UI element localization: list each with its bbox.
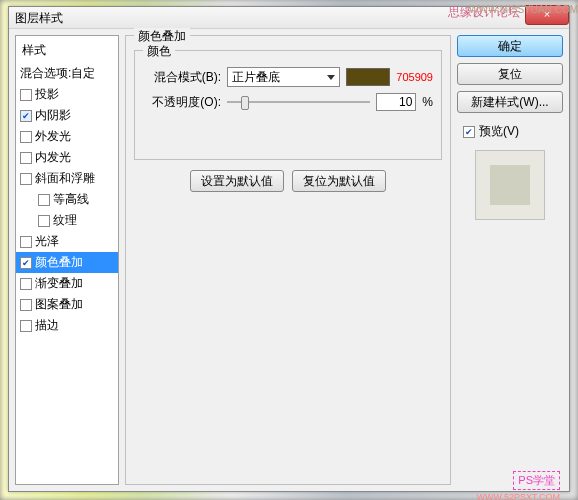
sidebar-item-label: 等高线 [53,191,89,208]
sidebar-item-label: 描边 [35,317,59,334]
chevron-down-icon [327,75,335,80]
reset-default-button[interactable]: 复位为默认值 [292,170,386,192]
sidebar-item-7[interactable]: 光泽 [16,231,118,252]
ok-button[interactable]: 确定 [457,35,563,57]
sidebar-header: 样式 [16,40,118,63]
sidebar-item-11[interactable]: 描边 [16,315,118,336]
sidebar-item-9[interactable]: 渐变叠加 [16,273,118,294]
checkbox-icon[interactable] [20,89,32,101]
sidebar-item-label: 光泽 [35,233,59,250]
watermark-bottom-url: WWW.52PSXT.COM [476,492,560,500]
preview-checkbox[interactable] [463,126,475,138]
checkbox-icon[interactable] [20,320,32,332]
preview-label: 预览(V) [479,123,519,140]
sidebar-item-label: 渐变叠加 [35,275,83,292]
styles-sidebar: 样式 混合选项:自定 投影内阴影外发光内发光斜面和浮雕等高线纹理光泽颜色叠加渐变… [15,35,119,485]
watermark-url: WWW.MISSYUAN.COM [469,4,578,15]
sidebar-item-8[interactable]: 颜色叠加 [16,252,118,273]
sidebar-item-2[interactable]: 外发光 [16,126,118,147]
checkbox-icon[interactable] [20,131,32,143]
sidebar-item-0[interactable]: 投影 [16,84,118,105]
sidebar-item-3[interactable]: 内发光 [16,147,118,168]
sidebar-item-label: 斜面和浮雕 [35,170,95,187]
make-default-button[interactable]: 设置为默认值 [190,170,284,192]
opacity-input[interactable]: 10 [376,93,416,111]
sidebar-item-label: 内发光 [35,149,71,166]
layer-style-dialog: 图层样式 × 样式 混合选项:自定 投影内阴影外发光内发光斜面和浮雕等高线纹理光… [8,6,570,492]
checkbox-icon[interactable] [20,152,32,164]
right-column: 确定 复位 新建样式(W)... 预览(V) [457,35,563,485]
color-subgroup: 颜色 混合模式(B): 正片叠底 705909 不透明度(O): [134,50,442,160]
opacity-unit: % [422,95,433,109]
sidebar-item-1[interactable]: 内阴影 [16,105,118,126]
sidebar-item-4[interactable]: 斜面和浮雕 [16,168,118,189]
blend-mode-dropdown[interactable]: 正片叠底 [227,67,340,87]
checkbox-icon[interactable] [20,110,32,122]
checkbox-icon[interactable] [20,278,32,290]
color-overlay-group: 颜色叠加 颜色 混合模式(B): 正片叠底 705909 不透明度(O): [125,35,451,485]
sidebar-item-label: 外发光 [35,128,71,145]
inner-group-title: 颜色 [143,43,175,60]
blend-mode-label: 混合模式(B): [143,69,221,86]
sidebar-item-5[interactable]: 等高线 [16,189,118,210]
checkbox-icon[interactable] [20,173,32,185]
sidebar-blend-options[interactable]: 混合选项:自定 [16,63,118,84]
opacity-label: 不透明度(O): [143,94,221,111]
watermark-bottom: PS学堂 [513,471,560,490]
window-title: 图层样式 [15,11,63,25]
checkbox-icon[interactable] [20,299,32,311]
checkbox-icon[interactable] [20,257,32,269]
sidebar-item-label: 投影 [35,86,59,103]
color-swatch[interactable] [346,68,390,86]
sidebar-item-6[interactable]: 纹理 [16,210,118,231]
new-style-button[interactable]: 新建样式(W)... [457,91,563,113]
cancel-button[interactable]: 复位 [457,63,563,85]
sidebar-item-label: 内阴影 [35,107,71,124]
slider-thumb[interactable] [241,96,249,110]
checkbox-icon[interactable] [38,215,50,227]
preview-thumbnail [475,150,545,220]
sidebar-item-label: 图案叠加 [35,296,83,313]
sidebar-item-label: 纹理 [53,212,77,229]
color-hex: 705909 [396,71,433,83]
checkbox-icon[interactable] [38,194,50,206]
sidebar-item-10[interactable]: 图案叠加 [16,294,118,315]
sidebar-item-label: 颜色叠加 [35,254,83,271]
checkbox-icon[interactable] [20,236,32,248]
opacity-slider[interactable] [227,93,370,111]
